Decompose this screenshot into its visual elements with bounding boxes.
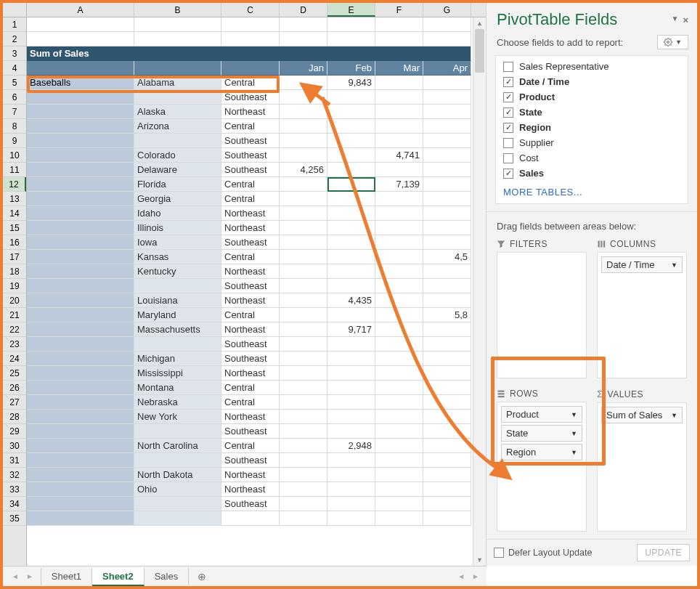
region-cell[interactable] [221, 511, 280, 526]
region-cell[interactable]: Southeast [221, 424, 280, 439]
month-header-cell[interactable]: Apr [423, 61, 471, 76]
value-cell[interactable] [327, 148, 375, 163]
product-cell[interactable] [27, 293, 134, 308]
month-header-cell[interactable]: Jan [280, 61, 327, 76]
state-cell[interactable] [134, 32, 221, 46]
value-cell[interactable]: 4,741 [375, 148, 423, 163]
value-cell[interactable] [327, 395, 375, 410]
value-cell[interactable] [423, 497, 471, 511]
value-cell[interactable] [327, 90, 375, 105]
row-header[interactable]: 9 [3, 134, 26, 148]
value-cell[interactable] [375, 17, 423, 32]
value-cell[interactable] [375, 511, 423, 526]
value-cell[interactable] [423, 235, 471, 250]
value-cell[interactable] [327, 468, 375, 482]
value-cell[interactable] [280, 105, 327, 119]
column-header[interactable]: A [27, 3, 134, 17]
value-cell[interactable] [327, 32, 375, 46]
value-cell[interactable] [327, 235, 375, 250]
tab-nav-next-icon[interactable]: ► [26, 572, 33, 580]
region-cell[interactable]: Northeast [221, 293, 280, 308]
state-cell[interactable]: Michigan [134, 352, 221, 366]
value-cell[interactable] [280, 134, 327, 148]
value-cell[interactable] [280, 482, 327, 497]
value-cell[interactable] [375, 293, 423, 308]
state-cell[interactable]: Ohio [134, 482, 221, 497]
pane-menu-dropdown-icon[interactable]: ▼ [672, 15, 679, 25]
value-cell[interactable] [423, 511, 471, 526]
region-cell[interactable]: Northeast [221, 206, 280, 221]
product-cell[interactable] [27, 322, 134, 337]
value-cell[interactable] [327, 337, 375, 352]
value-cell[interactable] [280, 395, 327, 410]
value-cell[interactable] [375, 192, 423, 206]
state-cell[interactable]: Louisiana [134, 293, 221, 308]
column-header[interactable]: G [423, 3, 471, 17]
value-cell[interactable] [280, 497, 327, 511]
region-cell[interactable]: Central [221, 439, 280, 453]
state-cell[interactable]: Kansas [134, 250, 221, 264]
state-cell[interactable]: Colorado [134, 148, 221, 163]
product-cell[interactable] [27, 177, 134, 192]
filters-area[interactable]: FILTERS [497, 239, 587, 378]
region-cell[interactable]: Central [221, 119, 280, 134]
value-cell[interactable] [280, 192, 327, 206]
value-cell[interactable] [327, 497, 375, 511]
product-cell[interactable] [27, 395, 134, 410]
value-cell[interactable] [423, 322, 471, 337]
product-cell[interactable] [27, 163, 134, 177]
column-header[interactable]: E [327, 3, 375, 17]
value-cell[interactable] [423, 395, 471, 410]
state-cell[interactable]: Montana [134, 381, 221, 395]
state-cell[interactable]: Maryland [134, 308, 221, 322]
value-cell[interactable] [423, 366, 471, 381]
region-cell[interactable]: Central [221, 192, 280, 206]
scroll-up-arrow[interactable]: ▲ [473, 17, 486, 29]
value-cell[interactable] [280, 76, 327, 90]
region-cell[interactable]: Southeast [221, 352, 280, 366]
value-cell[interactable] [280, 235, 327, 250]
row-header[interactable]: 23 [3, 337, 26, 352]
row-header[interactable]: 19 [3, 279, 26, 293]
row-header[interactable]: 3 [3, 46, 26, 61]
cells-area[interactable]: Sum of SalesJanFebMarAprBaseballsAlabama… [27, 17, 486, 566]
region-cell[interactable]: Central [221, 395, 280, 410]
row-header[interactable]: 33 [3, 482, 26, 497]
value-cell[interactable] [280, 337, 327, 352]
row-header[interactable]: 5 [3, 76, 26, 90]
value-cell[interactable] [375, 105, 423, 119]
value-cell[interactable]: 4,256 [280, 163, 327, 177]
row-header[interactable]: 18 [3, 264, 26, 279]
value-cell[interactable] [280, 293, 327, 308]
value-cell[interactable] [280, 468, 327, 482]
value-cell[interactable] [375, 235, 423, 250]
month-header-cell[interactable] [134, 61, 221, 76]
field-item[interactable]: Cost [496, 150, 688, 166]
value-cell[interactable] [327, 105, 375, 119]
value-cell[interactable] [423, 32, 471, 46]
field-item[interactable]: Sales Representative [496, 59, 688, 74]
product-cell[interactable] [27, 90, 134, 105]
value-cell[interactable] [423, 468, 471, 482]
row-header[interactable]: 17 [3, 250, 26, 264]
product-cell[interactable] [27, 381, 134, 395]
state-cell[interactable] [134, 497, 221, 511]
value-cell[interactable] [327, 482, 375, 497]
product-cell[interactable] [27, 134, 134, 148]
field-item[interactable]: ✓Product [496, 89, 688, 105]
column-header[interactable]: D [280, 3, 327, 17]
field-item[interactable]: ✓Date / Time [496, 74, 688, 89]
product-cell[interactable] [27, 308, 134, 322]
field-item[interactable]: ✓Region [496, 120, 688, 135]
state-cell[interactable]: Delaware [134, 163, 221, 177]
close-icon[interactable]: × [683, 15, 688, 25]
region-cell[interactable] [221, 17, 280, 32]
row-header[interactable]: 25 [3, 366, 26, 381]
state-cell[interactable]: Iowa [134, 235, 221, 250]
value-cell[interactable]: 9,717 [327, 322, 375, 337]
value-cell[interactable] [375, 250, 423, 264]
value-cell[interactable] [423, 352, 471, 366]
value-cell[interactable] [280, 119, 327, 134]
value-cell[interactable] [423, 424, 471, 439]
tab-nav-prev-icon[interactable]: ◄ [12, 572, 19, 580]
